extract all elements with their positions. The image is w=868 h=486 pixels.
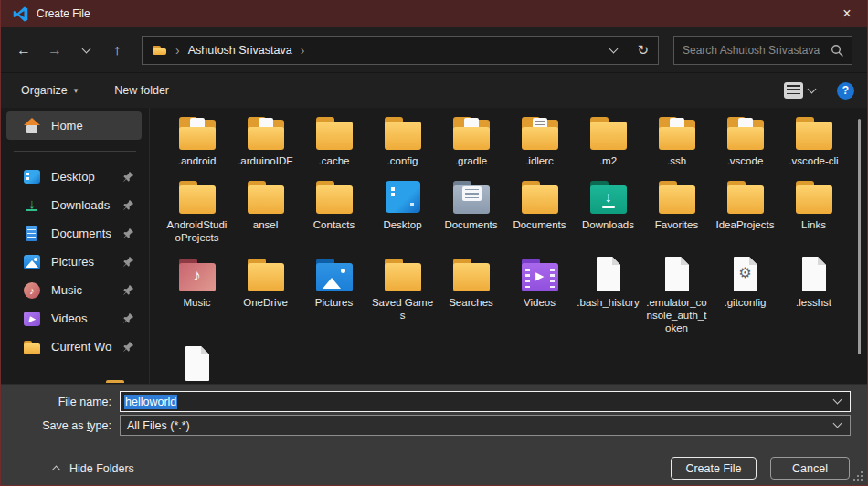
folder-icon: [725, 178, 767, 215]
save-as-type-select[interactable]: All Files (*.*): [120, 415, 851, 436]
pin-icon[interactable]: [122, 227, 134, 239]
folder-icon: [176, 178, 218, 215]
pin-icon[interactable]: [122, 341, 134, 353]
file-name-dropdown-icon[interactable]: [833, 396, 842, 405]
sidebar-item-home[interactable]: Home: [6, 111, 142, 140]
file-item[interactable]: .gradle: [437, 114, 505, 178]
pin-icon[interactable]: [122, 284, 134, 296]
organize-button[interactable]: Organize ▾: [11, 78, 88, 103]
file-item[interactable]: .vscode: [711, 114, 779, 178]
recent-locations-button[interactable]: [70, 37, 101, 64]
file-item[interactable]: .emulator_console_auth_token: [642, 256, 711, 345]
file-item[interactable]: ♪ Music: [163, 256, 231, 345]
sidebar-divider: [14, 151, 136, 152]
partial-folder-icon: [106, 380, 124, 383]
file-item[interactable]: Desktop: [368, 178, 437, 256]
file-item[interactable]: OneDrive: [231, 256, 300, 345]
folder-doc-icon: [656, 114, 698, 151]
folder-doc-icon: [725, 114, 767, 151]
file-item[interactable]: Searches: [437, 256, 505, 345]
file-name-input[interactable]: helloworld: [120, 391, 851, 412]
help-button[interactable]: ?: [837, 82, 854, 100]
file-item[interactable]: Pictures: [300, 256, 368, 345]
vertical-scrollbar[interactable]: [858, 119, 861, 354]
file-item[interactable]: Favorites: [642, 178, 711, 256]
command-bar: Organize ▾ New folder ?: [1, 73, 867, 108]
videos-icon: ▶: [23, 310, 41, 328]
file-item[interactable]: .arduinoIDE: [231, 114, 300, 178]
desktop-icon: [23, 168, 41, 186]
file-item[interactable]: .lesshst: [779, 256, 848, 345]
file-name-label: File name:: [1, 396, 120, 408]
pin-icon[interactable]: [122, 199, 134, 211]
pin-icon[interactable]: [122, 171, 134, 183]
file-item[interactable]: ansel: [231, 178, 300, 256]
address-bar[interactable]: › Ashutosh Srivastava › ↻: [142, 36, 659, 65]
folder-doc-icon: [176, 114, 218, 151]
up-button[interactable]: ↑: [101, 37, 132, 64]
address-dropdown-icon[interactable]: [609, 44, 619, 53]
file-item[interactable]: Links: [779, 178, 848, 256]
file-item[interactable]: .idlerc: [505, 114, 574, 178]
back-button[interactable]: ←: [8, 37, 39, 64]
dialog-body: Home Desktop ↓ Downloads: [1, 108, 867, 385]
home-icon: [23, 117, 41, 135]
sidebar-item[interactable]: Desktop: [6, 163, 142, 191]
chevron-up-icon: [52, 466, 61, 475]
refresh-icon[interactable]: ↻: [637, 42, 649, 58]
file-item[interactable]: Documents: [437, 178, 505, 256]
save-as-type-dropdown-icon[interactable]: [833, 419, 842, 428]
file-item[interactable]: [163, 345, 231, 385]
create-file-button[interactable]: Create File: [671, 457, 757, 480]
file-item[interactable]: .m2: [574, 114, 642, 178]
create-file-dialog: Create File × ← → ↑ › Ashutosh Srivastav…: [0, 0, 868, 486]
file-item[interactable]: Contacts: [300, 178, 368, 256]
cancel-button[interactable]: Cancel: [770, 457, 850, 480]
folder-videos-icon: ▶: [519, 256, 561, 292]
forward-button[interactable]: →: [39, 37, 70, 64]
close-icon[interactable]: ×: [827, 0, 867, 27]
file-item[interactable]: .android: [163, 114, 231, 178]
search-icon: [831, 44, 843, 57]
file-name-value: helloworld: [124, 395, 177, 409]
sidebar-item[interactable]: Documents: [6, 219, 142, 248]
sidebar-item[interactable]: Pictures: [6, 248, 142, 276]
search-input[interactable]: [683, 44, 831, 57]
file-item[interactable]: ⚙ .gitconfig: [711, 256, 779, 345]
pictures-icon: [23, 253, 41, 271]
view-dropdown-icon[interactable]: [808, 85, 817, 94]
new-folder-button[interactable]: New folder: [104, 78, 179, 103]
file-item[interactable]: .vscode-cli: [779, 114, 848, 178]
file-item[interactable]: IdeaProjects: [711, 178, 779, 256]
file-item[interactable]: Saved Games: [368, 256, 437, 345]
view-mode-icon[interactable]: [784, 82, 803, 99]
dialog-footer: File name: helloworld Save as type: All …: [1, 384, 867, 485]
documents-icon: [23, 225, 41, 243]
folder-docs-gray-icon: [450, 178, 492, 215]
file-item[interactable]: .ssh: [642, 114, 711, 178]
folder-music-icon: ♪: [176, 256, 218, 292]
folder-icon: [656, 178, 698, 215]
save-as-type-label: Save as type:: [1, 419, 120, 432]
folder-icon: [382, 114, 424, 151]
sidebar-item[interactable]: Current Worl: [6, 333, 142, 361]
file-item[interactable]: AndroidStudioProjects: [163, 178, 231, 256]
file-gear-icon: ⚙: [725, 256, 767, 292]
pin-icon[interactable]: [122, 312, 134, 324]
file-item[interactable]: ▶ Videos: [505, 256, 574, 345]
file-item[interactable]: Documents: [505, 178, 574, 256]
search-box[interactable]: [673, 36, 852, 65]
breadcrumb-path[interactable]: Ashutosh Srivastava: [188, 44, 292, 57]
sidebar-item[interactable]: ♪ Music: [6, 276, 142, 304]
sidebar-item[interactable]: ↓ Downloads: [6, 191, 142, 219]
file-item[interactable]: .config: [368, 114, 437, 178]
resize-grip[interactable]: [853, 471, 864, 482]
sidebar-item[interactable]: ▶ Videos: [6, 304, 142, 333]
file-item[interactable]: ↓ Downloads: [574, 178, 642, 256]
file-item[interactable]: .bash_history: [574, 256, 642, 345]
pin-icon[interactable]: [122, 256, 134, 268]
file-list-area: .android .arduinoIDE .cache .config .gra…: [150, 108, 867, 385]
folder-icon: [450, 256, 492, 292]
hide-folders-button[interactable]: Hide Folders: [53, 462, 134, 475]
file-item[interactable]: .cache: [300, 114, 368, 178]
